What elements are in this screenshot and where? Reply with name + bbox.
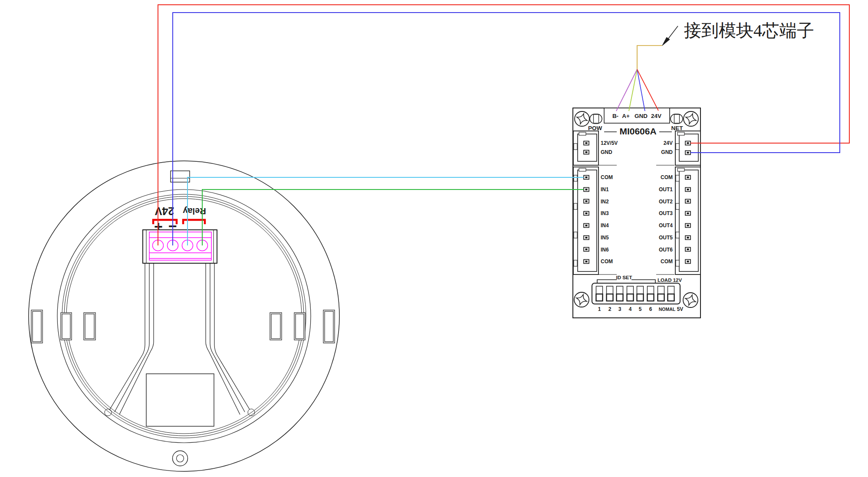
pin-out4[interactable] (685, 224, 690, 228)
dip-switch-1[interactable] (596, 286, 603, 301)
dip-label-3: 3 (618, 306, 621, 312)
io-module: B- A+ GND 24V POW NET MI0606A 12V/5V GND (573, 108, 700, 318)
label-in3: IN3 (601, 210, 609, 216)
io-connector-left (573, 167, 598, 274)
label-com-right-top: COM (661, 174, 673, 180)
fan-wire-gnd (637, 69, 645, 111)
top-pin-a+: A+ (622, 113, 630, 119)
wire-gnd-blue (173, 13, 840, 245)
wire-com-cyan (187, 177, 584, 245)
wire-bus-yellow (637, 46, 662, 69)
power-connector-right (675, 131, 700, 165)
io-connector-right (675, 167, 700, 274)
dip-switch-2[interactable] (607, 286, 613, 301)
dip-switch-3[interactable] (617, 286, 623, 301)
label-in4: IN4 (601, 222, 609, 229)
pin-gnd-left[interactable] (584, 150, 589, 154)
label-out6: OUT6 (659, 247, 673, 253)
dip-label-5v: 5V (677, 306, 684, 312)
dip-label-5: 5 (639, 306, 642, 312)
pin-in3[interactable] (584, 212, 589, 216)
pin-in1[interactable] (584, 188, 589, 192)
pow-label: POW (588, 125, 602, 131)
pin-com-right-top[interactable] (685, 176, 690, 180)
label-out5: OUT5 (659, 235, 673, 241)
dip-label-nomal: NOMAL (659, 307, 676, 312)
pin-in4[interactable] (584, 224, 589, 228)
pin-out5[interactable] (685, 236, 690, 240)
dip-label-4: 4 (629, 306, 632, 312)
label-gnd-right: GND (661, 149, 673, 155)
label-in6: IN6 (601, 247, 609, 253)
fan-wire-a+ (629, 69, 637, 111)
top-pin-24v: 24V (651, 113, 661, 119)
dip-switch-6[interactable] (648, 286, 654, 301)
callout-arrowhead (662, 37, 670, 46)
pin-out6[interactable] (685, 248, 690, 252)
label-out3: OUT3 (659, 210, 673, 216)
pin-24v[interactable] (685, 141, 690, 145)
screw-bottom-left (574, 292, 589, 307)
base-trunk (105, 263, 255, 416)
label-com-left-bottom: COM (601, 258, 613, 265)
label-in2: IN2 (601, 199, 609, 205)
dip-label-1: 1 (598, 306, 601, 312)
detector-base: 24V Relay + − (29, 161, 339, 471)
label-com-right-bottom: COM (661, 258, 673, 265)
load-12v-label: LOAD 12V (658, 278, 682, 283)
label-24v: 24V (664, 140, 673, 146)
pin-com-left-bottom[interactable] (584, 260, 589, 264)
dip-switch-5v[interactable] (668, 286, 674, 301)
wire-in1-green (202, 189, 584, 245)
module-title: MI0606A (619, 126, 656, 136)
pin-out1[interactable] (685, 188, 690, 192)
label-in1: IN1 (601, 186, 609, 193)
cable-entry-tab (171, 171, 190, 182)
pin-out2[interactable] (685, 199, 690, 203)
label-12v5v: 12V/5V (601, 140, 618, 146)
pin-out3[interactable] (685, 212, 690, 216)
label-in5: IN5 (601, 235, 609, 241)
dip-switch-5[interactable] (637, 286, 644, 301)
power-connector-left (573, 131, 598, 165)
pin-com-left-top[interactable] (584, 176, 589, 180)
pin-com-right-bottom[interactable] (685, 260, 690, 264)
fan-wire-b- (616, 69, 637, 111)
base-center-box (146, 374, 214, 426)
bottom-screw-hole (173, 451, 188, 466)
dip-switch-nomal[interactable] (658, 286, 664, 301)
fan-wire-24v (637, 69, 658, 111)
dip-switch-4[interactable] (627, 286, 634, 301)
mounting-slots (31, 310, 335, 343)
pin-12v5v[interactable] (584, 141, 589, 145)
dip-label-2: 2 (608, 306, 612, 312)
bracket-relay (183, 220, 205, 224)
pin-gnd-right[interactable] (685, 151, 690, 155)
label-out1: OUT1 (659, 186, 673, 193)
label-gnd-left: GND (601, 149, 612, 155)
top-pin-b-: B- (612, 113, 618, 119)
label-out2: OUT2 (659, 199, 673, 205)
net-indicator (671, 114, 683, 124)
id-set-label: ID SET (616, 275, 632, 280)
screw-top-left (575, 111, 589, 126)
pin-in6[interactable] (584, 248, 589, 252)
top-pin-gnd: GND (635, 113, 648, 119)
callout: 接到模块4芯端子 (662, 21, 814, 46)
wires (158, 5, 849, 245)
callout-text: 接到模块4芯端子 (684, 21, 814, 40)
screw-top-right (684, 111, 698, 126)
pow-indicator (590, 114, 602, 124)
leg-foot-left (105, 409, 112, 416)
fan-out-wires (616, 69, 658, 111)
wiring-diagram: 24V Relay + − B- A+ GND 24V POW NET MI06… (0, 0, 868, 477)
wiring-diagram-page: 24V Relay + − B- A+ GND 24V POW NET MI06… (0, 0, 868, 477)
wire-24v-red (158, 5, 849, 245)
base-terminal-block (143, 230, 217, 263)
dip-label-6: 6 (649, 306, 652, 312)
label-com-left-top: COM (601, 174, 613, 180)
label-out4: OUT4 (659, 222, 673, 229)
pin-in2[interactable] (584, 199, 589, 203)
pin-in5[interactable] (584, 236, 589, 240)
net-label: NET (671, 125, 684, 131)
